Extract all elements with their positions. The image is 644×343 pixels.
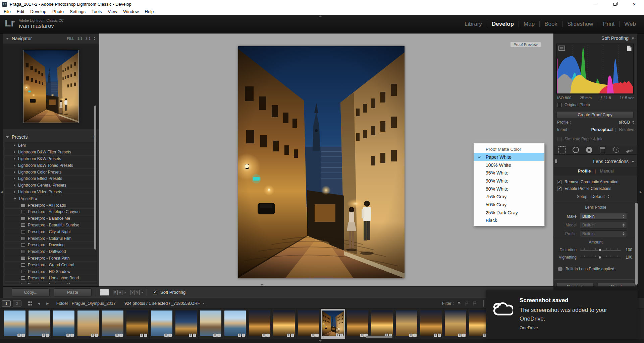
- collapse-top-arrow[interactable]: [319, 15, 322, 17]
- module-tab-book[interactable]: Book: [544, 21, 557, 27]
- radial-filter-icon[interactable]: [613, 147, 619, 153]
- before-after-right-icon[interactable]: A: [118, 290, 122, 295]
- split-left-icon[interactable]: Y: [130, 290, 135, 295]
- make-select[interactable]: Built-in: [580, 213, 627, 220]
- vignetting-slider[interactable]: [580, 255, 621, 259]
- zoom-spinner-icon[interactable]: [94, 37, 96, 40]
- adjustment-brush-icon[interactable]: [626, 149, 633, 153]
- develop-badge-icon[interactable]: ≡: [164, 334, 168, 337]
- paste-button[interactable]: Paste: [54, 288, 92, 296]
- menu-settings[interactable]: Settings: [67, 9, 89, 14]
- setup-value[interactable]: Default: [591, 194, 605, 199]
- module-tab-web[interactable]: Web: [624, 21, 636, 27]
- zoom-3-1[interactable]: 3:1: [86, 37, 91, 41]
- soft-proofing-header[interactable]: Soft Proofing: [554, 33, 637, 43]
- collection-badge-icon[interactable]: +: [168, 334, 172, 337]
- distortion-slider[interactable]: [580, 248, 621, 252]
- enable-profile-checkbox[interactable]: [557, 187, 561, 191]
- collection-badge-icon[interactable]: +: [144, 334, 147, 337]
- collection-badge-icon[interactable]: +: [217, 334, 221, 337]
- close-button[interactable]: ×: [625, 0, 644, 8]
- collection-badge-icon[interactable]: +: [21, 334, 25, 337]
- preset-item[interactable]: Presetpro - HD Shadow: [5, 268, 97, 275]
- filmstrip-thumbnail[interactable]: ≡+: [174, 309, 199, 339]
- onedrive-notification[interactable]: Screenshot saved The screenshot was adde…: [486, 290, 638, 339]
- enable-profile-row[interactable]: Enable Profile Corrections: [554, 186, 637, 191]
- reset-button[interactable]: Reset: [598, 283, 635, 286]
- crop-overlay-icon[interactable]: [558, 146, 566, 153]
- develop-badge-icon[interactable]: ≡: [140, 334, 143, 337]
- right-panel-edge[interactable]: ▶ ▶: [637, 33, 644, 339]
- filmstrip-thumbnail[interactable]: ≡+: [150, 309, 174, 339]
- copy-button[interactable]: Copy...: [12, 288, 50, 296]
- filmstrip-thumbnail[interactable]: ≡+: [76, 309, 101, 339]
- intent-relative[interactable]: Relative: [619, 127, 634, 132]
- collection-badge-icon[interactable]: +: [242, 334, 245, 337]
- filmstrip-thumbnail[interactable]: ≡+: [101, 309, 125, 339]
- develop-badge-icon[interactable]: ≡: [483, 334, 486, 337]
- preset-group[interactable]: PresetPro: [5, 195, 97, 202]
- preset-item[interactable]: Presetpro - Horseshoe Bend: [5, 275, 97, 282]
- preset-item[interactable]: Presetpro - City at Night: [5, 228, 97, 235]
- profile-spinner-icon[interactable]: [632, 121, 634, 124]
- context-menu-item[interactable]: 95% White: [474, 169, 544, 177]
- filmstrip-thumbnail[interactable]: ≡+: [321, 309, 345, 339]
- dropdown-arrow-icon[interactable]: [141, 292, 143, 293]
- filmstrip-thumbnail[interactable]: ≡+: [394, 309, 419, 339]
- develop-badge-icon[interactable]: ≡: [287, 334, 290, 337]
- filmstrip-thumbnail[interactable]: ≡+: [199, 309, 223, 339]
- lens-profile-select[interactable]: Built-in: [580, 230, 627, 237]
- model-select[interactable]: Built-in: [580, 222, 627, 228]
- menu-develop[interactable]: Develop: [27, 9, 49, 14]
- context-menu-item[interactable]: 25% Dark Gray: [474, 209, 544, 217]
- collapse-right-arrow-icon[interactable]: ▶: [640, 190, 642, 194]
- develop-badge-icon[interactable]: ≡: [434, 334, 437, 337]
- navigator-preview[interactable]: [3, 44, 99, 129]
- menu-help[interactable]: Help: [142, 9, 157, 14]
- filmstrip-thumbnail[interactable]: ≡+: [370, 309, 394, 339]
- filmstrip-thumbnail[interactable]: ≡+: [52, 309, 76, 339]
- filmstrip-thumbnail[interactable]: ≡+: [223, 309, 248, 339]
- toolbar-collapse-arrow[interactable]: [260, 284, 264, 286]
- highlight-clipping-icon[interactable]: [627, 46, 632, 51]
- menu-tools[interactable]: Tools: [89, 9, 105, 14]
- develop-badge-icon[interactable]: ≡: [115, 334, 119, 337]
- preset-group[interactable]: Lightroom B&W Filter Presets: [5, 149, 97, 156]
- filmstrip-thumbnail[interactable]: ≡+: [419, 309, 443, 339]
- preset-group[interactable]: Lightroom Video Presets: [5, 189, 97, 196]
- second-window-button[interactable]: 2: [13, 300, 21, 306]
- develop-badge-icon[interactable]: ≡: [238, 334, 241, 337]
- navigator-thumbnail[interactable]: [23, 50, 79, 123]
- collection-badge-icon[interactable]: +: [413, 334, 417, 337]
- original-photo-row[interactable]: Original Photo: [554, 102, 637, 107]
- develop-badge-icon[interactable]: ≡: [66, 334, 70, 337]
- develop-badge-icon[interactable]: ≡: [336, 334, 339, 337]
- preset-group[interactable]: Leni: [5, 142, 97, 149]
- lens-corrections-header[interactable]: Lens Corrections: [554, 157, 637, 166]
- spot-removal-icon[interactable]: [573, 147, 579, 153]
- develop-badge-icon[interactable]: ≡: [262, 334, 266, 337]
- slider-knob[interactable]: [598, 249, 601, 252]
- preset-item[interactable]: Presetpro - Driftwood: [5, 249, 97, 255]
- minimize-button[interactable]: [586, 0, 605, 8]
- original-photo-checkbox[interactable]: [557, 103, 561, 107]
- previous-photo-arrow-icon[interactable]: ◄: [37, 301, 41, 306]
- menu-view[interactable]: View: [105, 9, 120, 14]
- filmstrip-thumbnail[interactable]: ≡+: [297, 309, 321, 339]
- develop-badge-icon[interactable]: ≡: [42, 334, 45, 337]
- soft-proofing-checkbox[interactable]: [153, 290, 157, 294]
- slider-knob[interactable]: [598, 256, 601, 259]
- develop-badge-icon[interactable]: ≡: [458, 334, 462, 337]
- context-menu-item[interactable]: 90% White: [474, 177, 544, 185]
- collection-badge-icon[interactable]: +: [291, 334, 294, 337]
- loupe-view-icon[interactable]: [100, 289, 109, 295]
- presets-header[interactable]: Presets +: [3, 132, 99, 142]
- filmstrip-scrollbar[interactable]: [366, 336, 392, 338]
- module-tab-print[interactable]: Print: [603, 21, 614, 27]
- context-menu-item[interactable]: 100% White: [474, 161, 544, 169]
- preset-item[interactable]: Presetpro - Balance Me: [5, 215, 97, 222]
- folder-breadcrumb[interactable]: Folder : Prague_Olympus_2017: [56, 301, 116, 306]
- filmstrip-thumbnail[interactable]: ≡+: [345, 309, 370, 339]
- intent-perceptual[interactable]: Perceptual: [591, 127, 613, 132]
- context-menu-item[interactable]: 50% Gray: [474, 201, 544, 209]
